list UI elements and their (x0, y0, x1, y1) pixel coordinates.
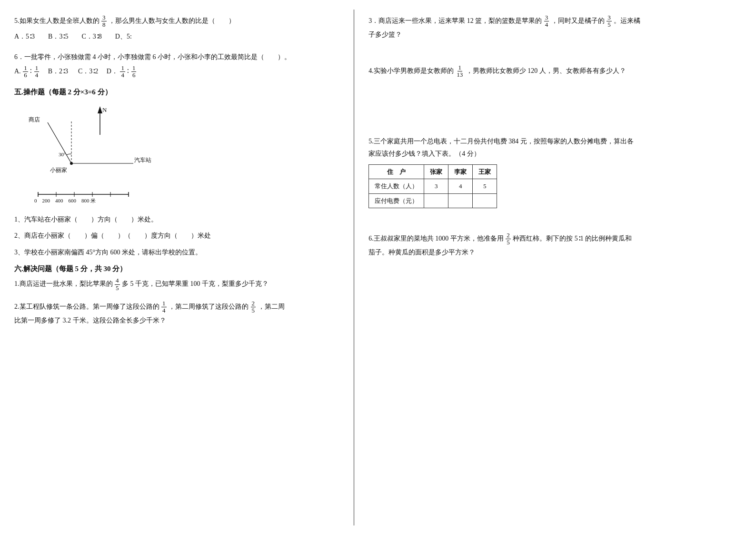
question-6-left: 6．一批零件，小张独做需 4 小时，小李独做需 6 小时，小张和小李的工效最简比… (14, 51, 344, 79)
svg-marker-1 (98, 106, 102, 113)
q6-optA-pre: A. (14, 68, 21, 75)
map-diagram: N 小丽家 商店 30° 汽车站 (24, 101, 167, 206)
q6-1-rest: 多 5 千克，已知苹果重 100 千克，梨重多少千克？ (122, 280, 269, 287)
q4-text: 4.实验小学男教师是女教师的 (368, 67, 454, 74)
q6-2-rest: ，第二周 (258, 303, 285, 310)
q3-text: 3．商店运来一些水果，运来苹果 12 篮，梨的篮数是苹果的 (368, 17, 542, 24)
section6-title: 六.解决问题（每题 5 分，共 30 分） (14, 264, 344, 273)
q4-frac: 1 13 (456, 64, 464, 79)
section5-title: 五.操作题（每题 2 分×3=6 分） (14, 88, 344, 97)
sub-q3: 3、学校在小丽家南偏西 45°方向 600 米处，请标出学校的位置。 (14, 246, 344, 259)
q5-rest: ，那么男生人数与女生人数的比是（ ） (109, 17, 235, 24)
q6-optD-pre: D． (107, 68, 118, 75)
question-6-1: 1.商店运进一批水果，梨比苹果的 4 5 多 5 千克，已知苹果重 100 千克… (14, 277, 344, 292)
fee-row1-label: 常住人数（人） (369, 179, 424, 193)
svg-text:小丽家: 小丽家 (50, 167, 67, 173)
q6-right-line2: 茄子。种黄瓜的面积是多少平方米？ (368, 246, 742, 258)
fee-row2-val0 (424, 193, 448, 208)
fee-table-header-0: 住 户 (369, 164, 424, 179)
fee-table-header-row: 住 户 张家 李家 王家 (369, 164, 497, 179)
fee-table-row2: 应付电费（元） (369, 193, 497, 208)
sub1-text: 1、汽车站在小丽家（ ）方向（ ）米处。 (14, 216, 158, 223)
q5-right-text: 5.三个家庭共用一个总电表，十二月份共付电费 384 元，按照每家的人数分摊电费… (368, 135, 742, 147)
q6-2-line2: 比第一周多修了 3.2 千米。这段公路全长多少千米？ (14, 314, 344, 326)
q5-right-line2: 家应该付多少钱？填入下表。（4 分） (368, 148, 742, 160)
fee-row1-val2: 5 (473, 179, 497, 193)
svg-text:30°: 30° (59, 151, 66, 157)
q6-optA-frac2: 1 4 (34, 65, 40, 79)
q6-2-mid: ，第二周修筑了这段公路的 (169, 303, 249, 310)
q3-rest: 。运来橘 (614, 17, 640, 24)
sub-q2: 2、商店在小丽家（ ）偏（ ）（ ）度方向（ ）米处 (14, 230, 344, 242)
q6-optD-frac1: 1 4 (120, 65, 125, 79)
svg-text:商店: 商店 (29, 116, 40, 123)
fee-row2-val1 (448, 193, 473, 208)
fee-table-header-3: 王家 (473, 164, 497, 179)
fee-row2-label: 应付电费（元） (369, 193, 424, 208)
q6-options: A. 1 6 ∶ 1 4 B．2∶3 C．3∶2 D． 1 (14, 65, 344, 79)
q5-fraction: 3 8 (101, 14, 107, 29)
question-5-right: 5.三个家庭共用一个总电表，十二月份共付电费 384 元，按照每家的人数分摊电费… (368, 135, 742, 208)
q3-frac: 3 4 (544, 14, 549, 29)
q6-optB: B．2∶3 (48, 68, 68, 75)
sub-q1: 1、汽车站在小丽家（ ）方向（ ）米处。 (14, 213, 344, 226)
q6-optD-frac2: 1 6 (131, 65, 137, 79)
svg-text:汽车站: 汽车站 (134, 157, 151, 163)
q6-right-mid: 种西红柿。剩下的按 5∶1 的比例种黄瓜和 (513, 235, 632, 242)
map-svg: N 小丽家 商店 30° 汽车站 (24, 101, 167, 206)
q5-text: 5.如果女生人数是全班人数的 (14, 17, 99, 24)
fee-table: 住 户 张家 李家 王家 常住人数（人） 3 4 5 应付电费（元） (368, 164, 497, 208)
q6-right-text: 6.王叔叔家里的菜地共 1000 平方米，他准备用 (368, 235, 504, 242)
question-5-left: 5.如果女生人数是全班人数的 3 8 ，那么男生人数与女生人数的比是（ ） A．… (14, 14, 344, 42)
q6-1-frac: 4 5 (115, 277, 120, 292)
q3-mid: ，同时又是橘子的 (551, 17, 605, 24)
right-column: 3．商店运来一些水果，运来苹果 12 篮，梨的篮数是苹果的 3 4 ，同时又是橘… (354, 10, 742, 525)
question-6-2: 2.某工程队修筑一条公路。第一周修了这段公路的 1 4 ，第二周修筑了这段公路的… (14, 300, 344, 326)
fee-table-header-2: 李家 (448, 164, 473, 179)
svg-line-5 (48, 122, 71, 163)
fee-row1-val0: 3 (424, 179, 448, 193)
question-3-right: 3．商店运来一些水果，运来苹果 12 篮，梨的篮数是苹果的 3 4 ，同时又是橘… (368, 14, 742, 40)
q6-text: 6．一批零件，小张独做需 4 小时，小李独做需 6 小时，小张和小李的工效最简比… (14, 51, 344, 63)
q4-rest: ，男教师比女教师少 120 人，男、女教师各有多少人？ (466, 67, 626, 74)
svg-text:0　200　400　600　800 米: 0 200 400 600 800 米 (34, 198, 96, 203)
question-6-right: 6.王叔叔家里的菜地共 1000 平方米，他准备用 2 5 种西红柿。剩下的按 … (368, 232, 742, 258)
q3-line2: 子多少篮？ (368, 29, 742, 40)
fee-table-row1: 常住人数（人） 3 4 5 (369, 179, 497, 193)
left-column: 5.如果女生人数是全班人数的 3 8 ，那么男生人数与女生人数的比是（ ） A．… (14, 10, 354, 525)
q6-2-frac1: 1 4 (161, 300, 167, 314)
q5-options: A．5∶3 B．3∶5 C．3∶8 D、5: (14, 30, 344, 42)
q6-optA-mid: ∶ (30, 68, 32, 75)
fee-row2-val2 (473, 193, 497, 208)
q6-2-frac2: 2 5 (251, 300, 256, 314)
question-4-right: 4.实验小学男教师是女教师的 1 13 ，男教师比女教师少 120 人，男、女教… (368, 64, 742, 79)
q6-1-pre: 1.商店运进一批水果，梨比苹果的 (14, 280, 113, 287)
sub2-text: 2、商店在小丽家（ ）偏（ ）（ ）度方向（ ）米处 (14, 232, 211, 239)
svg-text:N: N (102, 106, 107, 113)
q6-optA-frac1: 1 6 (23, 65, 28, 79)
fee-table-header-1: 张家 (424, 164, 448, 179)
sub3-text: 3、学校在小丽家南偏西 45°方向 600 米处，请标出学校的位置。 (14, 249, 202, 256)
q6-2-pre: 2.某工程队修筑一条公路。第一周修了这段公路的 (14, 303, 159, 310)
q6-optC: C．3∶2 (78, 68, 98, 75)
fee-row1-val1: 4 (448, 179, 473, 193)
q3-frac2: 3 5 (607, 14, 612, 29)
q6-optD-mid: ∶ (127, 68, 129, 75)
q6-right-frac: 2 5 (506, 232, 511, 246)
